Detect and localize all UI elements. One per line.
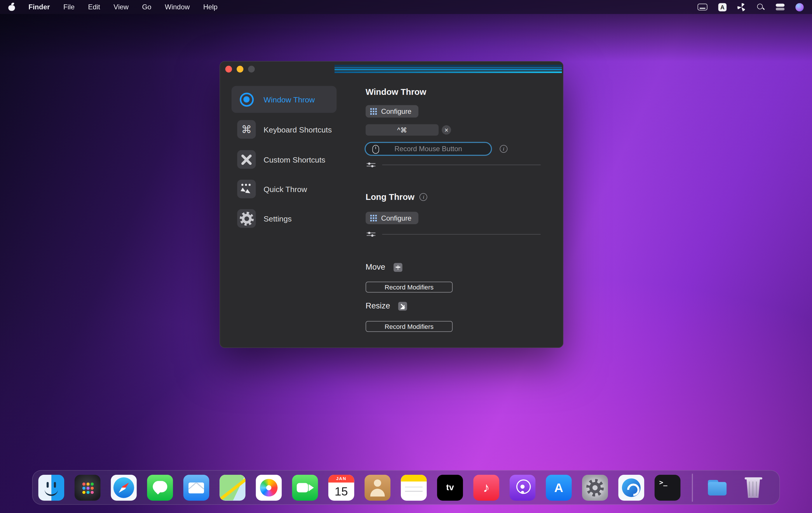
dock-item-launchpad[interactable] <box>75 475 100 501</box>
menu-item-edit[interactable]: Edit <box>88 3 100 11</box>
window-throw-title: Window Throw <box>366 87 427 97</box>
app-window: Window Throw ⌘ Keyboard Shortcuts Custom… <box>220 61 563 348</box>
dock: JAN 15 tv ♪ A >_ <box>32 470 780 505</box>
sidebar-item-window-throw[interactable]: Window Throw <box>231 86 337 113</box>
gear-icon <box>237 209 256 228</box>
crossed-tools-icon <box>237 150 256 169</box>
minimize-button[interactable] <box>237 66 243 72</box>
dock-item-podcasts[interactable] <box>510 475 535 501</box>
info-icon[interactable] <box>420 193 428 201</box>
sidebar-item-label: Quick Throw <box>264 185 307 193</box>
mouse-icon <box>372 145 379 154</box>
dock-item-calendar[interactable]: JAN 15 <box>328 475 354 501</box>
close-button[interactable] <box>225 66 232 72</box>
record-mouse-button-field[interactable]: Record Mouse Button <box>365 142 492 156</box>
calendar-day: 15 <box>328 482 354 501</box>
dock-separator <box>692 474 693 502</box>
decorative-stripes <box>335 67 562 68</box>
dock-item-facetime[interactable] <box>292 475 318 501</box>
calendar-month: JAN <box>328 475 354 482</box>
dock-item-downloads[interactable] <box>704 475 730 501</box>
long-throw-configure-button[interactable]: Configure <box>366 212 418 224</box>
dock-item-apple-tv[interactable]: tv <box>437 475 463 501</box>
long-throw-title: Long Throw <box>366 192 414 202</box>
dock-item-hookshot-app[interactable] <box>618 475 644 501</box>
trash-icon <box>744 477 762 479</box>
record-target-icon <box>237 90 256 109</box>
dock-item-safari[interactable] <box>111 475 137 501</box>
grid-icon <box>370 214 377 221</box>
dock-item-terminal[interactable]: >_ <box>655 475 680 501</box>
menu-item-go[interactable]: Go <box>142 3 151 11</box>
sidebar-item-custom-shortcuts[interactable]: Custom Shortcuts <box>231 146 337 173</box>
long-throw-header: Long Throw <box>366 192 428 202</box>
dock-item-app-store[interactable]: A <box>546 475 572 501</box>
resize-icon <box>398 301 407 310</box>
menu-bar: Finder File Edit View Go Window Help <box>0 0 812 14</box>
siri-icon[interactable] <box>795 3 804 11</box>
dock-item-notes[interactable] <box>401 475 427 501</box>
decorative-stripes <box>335 71 562 73</box>
window-throw-configure-button[interactable]: Configure <box>366 105 418 118</box>
sidebar-item-settings[interactable]: Settings <box>231 205 337 232</box>
dock-item-maps[interactable] <box>220 475 245 501</box>
menu-item-file[interactable]: File <box>63 3 75 11</box>
control-center-icon[interactable] <box>776 3 785 11</box>
search-icon[interactable] <box>757 3 765 11</box>
resize-label: Resize <box>366 301 390 311</box>
sidebar-item-keyboard-shortcuts[interactable]: ⌘ Keyboard Shortcuts <box>231 116 337 143</box>
dock-item-photos[interactable] <box>256 475 282 501</box>
sliders-icon[interactable] <box>367 162 375 168</box>
fan-icon[interactable] <box>737 3 746 11</box>
keyboard-icon[interactable] <box>698 3 707 10</box>
sidebar-item-quick-throw[interactable]: Quick Throw <box>231 175 337 202</box>
decorative-stripes <box>335 65 562 66</box>
sidebar-item-label: Settings <box>264 214 292 223</box>
input-source-icon[interactable] <box>718 3 726 11</box>
trash-icon <box>746 479 761 498</box>
info-icon[interactable] <box>500 145 508 153</box>
dock-item-finder[interactable] <box>38 475 64 501</box>
dock-item-contacts[interactable] <box>365 475 390 501</box>
divider <box>382 234 541 235</box>
sliders-icon[interactable] <box>367 232 375 237</box>
dock-item-trash[interactable] <box>740 475 766 501</box>
divider <box>382 164 541 165</box>
command-key-icon: ⌘ <box>237 120 256 139</box>
clear-shortcut-button[interactable] <box>442 125 451 134</box>
dock-item-messages[interactable] <box>147 475 173 501</box>
sidebar-item-label: Custom Shortcuts <box>264 155 325 164</box>
move-icon <box>394 263 402 271</box>
grid-icon <box>370 108 377 115</box>
dock-item-mail[interactable] <box>183 475 209 501</box>
resize-row: Resize <box>366 301 407 311</box>
move-label: Move <box>366 263 385 272</box>
resize-record-modifiers-button[interactable]: Record Modifiers <box>366 321 453 332</box>
move-record-modifiers-button[interactable]: Record Modifiers <box>366 281 453 292</box>
menu-item-window[interactable]: Window <box>165 3 190 11</box>
menu-item-help[interactable]: Help <box>203 3 218 11</box>
move-row: Move <box>366 263 403 272</box>
decorative-stripes <box>335 69 562 70</box>
zoom-button[interactable] <box>248 66 255 72</box>
gear-icon <box>586 479 604 496</box>
sidebar-item-label: Keyboard Shortcuts <box>264 125 332 134</box>
shortcut-field[interactable]: ^⌘ <box>366 124 439 136</box>
dock-item-system-preferences[interactable] <box>582 475 608 501</box>
apple-menu-icon[interactable] <box>8 3 15 11</box>
sidebar-item-label: Window Throw <box>264 95 315 104</box>
menu-item-view[interactable]: View <box>114 3 129 11</box>
quick-throw-icon <box>237 180 256 199</box>
dock-item-music[interactable]: ♪ <box>473 475 499 501</box>
desktop: Finder File Edit View Go Window Help W <box>0 0 812 513</box>
menu-app-name[interactable]: Finder <box>29 3 50 11</box>
